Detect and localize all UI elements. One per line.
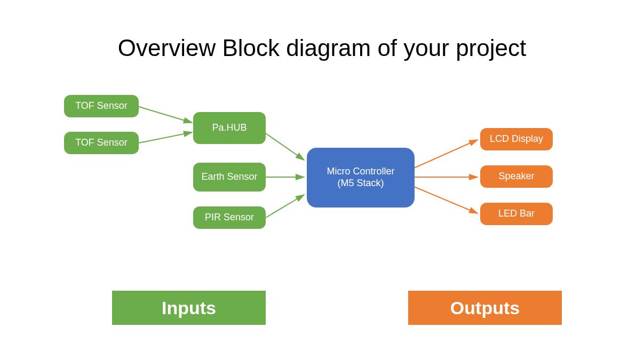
micro-controller-line1: Micro Controller [327,166,394,178]
diagram-title: Overview Block diagram of your project [0,35,644,61]
svg-line-2 [266,133,304,160]
svg-line-4 [266,195,304,218]
block-pir-sensor: PIR Sensor [193,206,266,229]
svg-line-1 [139,132,192,143]
block-led-bar: LED Bar [480,203,553,225]
svg-line-7 [414,187,478,213]
block-speaker: Speaker [480,165,553,188]
svg-line-0 [139,107,192,123]
svg-line-5 [414,140,478,168]
block-pahub: Pa.HUB [193,112,266,144]
legend-inputs: Inputs [112,291,266,325]
block-earth-sensor: Earth Sensor [193,163,266,192]
block-tof-sensor-2: TOF Sensor [64,132,139,154]
micro-controller-line2: (M5 Stack) [327,178,394,189]
block-lcd-display: LCD Display [480,128,553,150]
block-micro-controller: Micro Controller (M5 Stack) [307,148,415,208]
legend-outputs: Outputs [408,291,562,325]
block-tof-sensor-1: TOF Sensor [64,95,139,117]
